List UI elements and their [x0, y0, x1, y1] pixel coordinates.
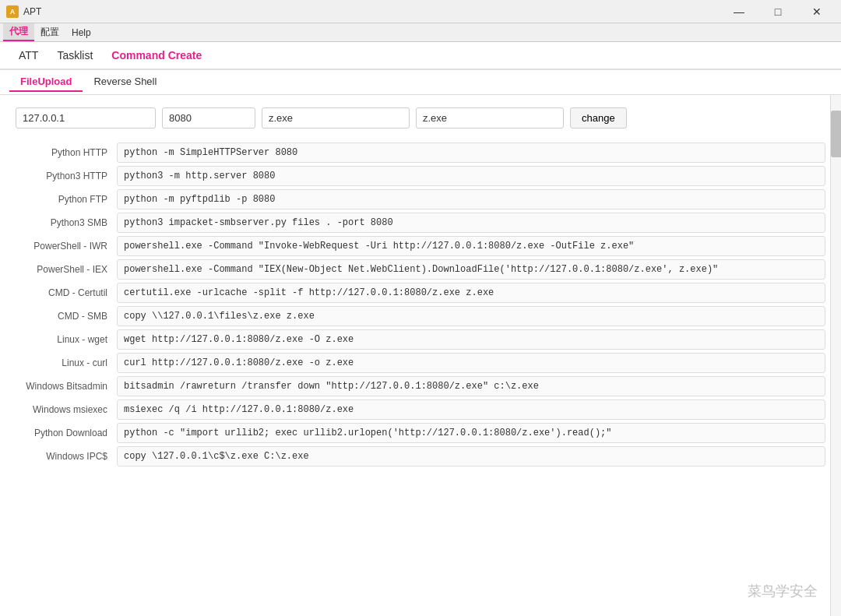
app-icon: A: [6, 5, 19, 18]
command-row: Python3 SMB: [16, 213, 825, 233]
nav-att[interactable]: ATT: [9, 46, 48, 65]
menu-proxy[interactable]: 代理: [3, 23, 34, 41]
command-list: Python HTTPPython3 HTTPPython FTPPython3…: [16, 143, 825, 466]
maximize-button[interactable]: □: [760, 0, 796, 23]
command-input[interactable]: [117, 236, 825, 256]
tab-bar: FileUpload Reverse Shell: [0, 70, 841, 95]
command-input[interactable]: [117, 353, 825, 373]
ip-input[interactable]: [16, 107, 156, 128]
command-label: Python FTP: [16, 194, 117, 205]
tab-reverse-shell[interactable]: Reverse Shell: [83, 72, 167, 92]
command-input[interactable]: [117, 446, 825, 466]
command-row: Python FTP: [16, 189, 825, 209]
command-input[interactable]: [117, 306, 825, 326]
command-input[interactable]: [117, 283, 825, 303]
command-label: Python3 HTTP: [16, 171, 117, 181]
command-row: PowerShell - IEX: [16, 259, 825, 280]
command-label: Windows msiexec: [16, 404, 117, 415]
command-row: Python HTTP: [16, 143, 825, 163]
menu-bar: 代理 配置 Help: [0, 23, 841, 42]
command-input[interactable]: [117, 423, 825, 443]
command-label: Windows IPC$: [16, 451, 117, 462]
command-input[interactable]: [117, 189, 825, 209]
scrollbar-thumb[interactable]: [831, 111, 841, 157]
command-input[interactable]: [117, 329, 825, 350]
command-label: Python3 SMB: [16, 217, 117, 228]
command-input[interactable]: [117, 213, 825, 233]
nav-bar: ATT Tasklist Command Create: [0, 42, 841, 70]
nav-command-create[interactable]: Command Create: [102, 46, 211, 65]
command-label: Python HTTP: [16, 147, 117, 158]
command-label: Linux - curl: [16, 357, 117, 368]
parameter-row: change: [16, 107, 825, 128]
command-label: PowerShell - IWR: [16, 241, 117, 252]
port-input[interactable]: [162, 107, 255, 128]
tab-fileupload[interactable]: FileUpload: [9, 72, 83, 92]
minimize-button[interactable]: —: [721, 0, 757, 23]
command-input[interactable]: [117, 400, 825, 420]
main-content: change Python HTTPPython3 HTTPPython FTP…: [0, 95, 841, 616]
nav-tasklist[interactable]: Tasklist: [48, 46, 102, 65]
close-button[interactable]: ✕: [799, 0, 835, 23]
menu-help[interactable]: Help: [65, 26, 97, 40]
scrollbar[interactable]: [830, 95, 841, 616]
command-label: PowerShell - IEX: [16, 264, 117, 275]
title-bar: A APT — □ ✕: [0, 0, 841, 23]
command-input[interactable]: [117, 376, 825, 396]
title-text: APT: [23, 6, 721, 17]
change-button[interactable]: change: [570, 107, 627, 128]
saveas-input[interactable]: [416, 107, 564, 128]
command-label: Linux - wget: [16, 334, 117, 345]
command-input[interactable]: [117, 143, 825, 163]
command-label: Python Download: [16, 428, 117, 438]
command-row: PowerShell - IWR: [16, 236, 825, 256]
command-row: CMD - SMB: [16, 306, 825, 326]
command-row: Python3 HTTP: [16, 166, 825, 186]
command-row: Windows Bitsadmin: [16, 376, 825, 396]
command-label: CMD - Certutil: [16, 287, 117, 298]
command-row: CMD - Certutil: [16, 283, 825, 303]
command-row: Linux - wget: [16, 329, 825, 350]
command-row: Windows msiexec: [16, 400, 825, 420]
command-input[interactable]: [117, 166, 825, 186]
command-row: Windows IPC$: [16, 446, 825, 466]
command-row: Linux - curl: [16, 353, 825, 373]
command-input[interactable]: [117, 259, 825, 280]
window-controls: — □ ✕: [721, 0, 835, 23]
filename-input[interactable]: [262, 107, 410, 128]
command-label: Windows Bitsadmin: [16, 381, 117, 392]
command-row: Python Download: [16, 423, 825, 443]
menu-config[interactable]: 配置: [34, 24, 65, 40]
command-label: CMD - SMB: [16, 311, 117, 322]
